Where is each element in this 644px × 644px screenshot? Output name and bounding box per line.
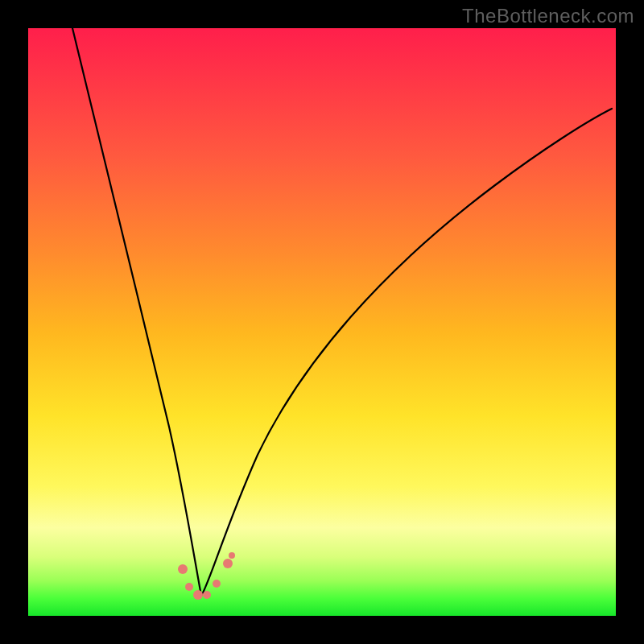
curve-marker (223, 559, 233, 568)
curve-svg (28, 28, 616, 616)
plot-area (28, 28, 616, 616)
bottleneck-curve (72, 28, 612, 596)
chart-frame: TheBottleneck.com (0, 0, 644, 644)
curve-marker (229, 552, 235, 559)
curve-marker (193, 590, 203, 600)
curve-marker (213, 580, 221, 588)
watermark-text: TheBottleneck.com (462, 5, 634, 27)
curve-marker (185, 583, 193, 591)
curve-marker (203, 591, 211, 599)
curve-marker (178, 564, 188, 574)
